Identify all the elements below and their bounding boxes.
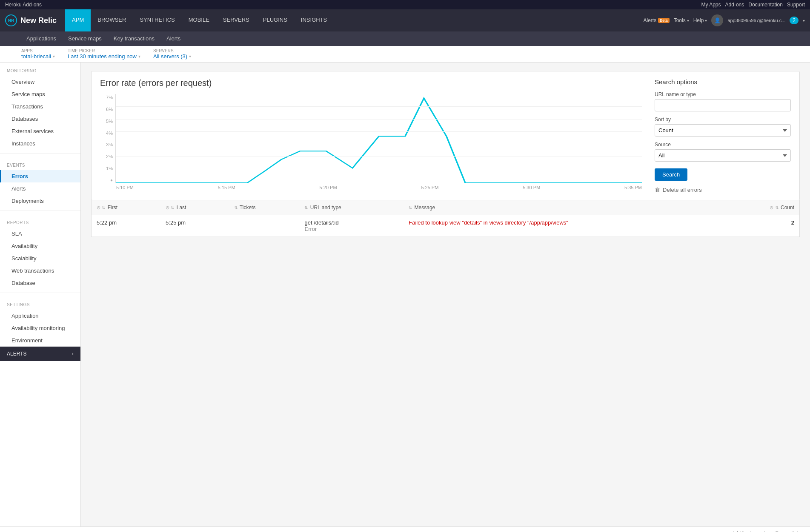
apps-value[interactable]: total-briecall ▾ <box>21 53 55 60</box>
sidebar-item-web-transactions[interactable]: Web transactions <box>0 265 80 277</box>
logo-icon: NR <box>5 14 17 26</box>
count-help-icon[interactable]: ⊙ <box>770 205 773 210</box>
sidebar-item-overview[interactable]: Overview <box>0 76 80 88</box>
sub-nav-alerts[interactable]: Alerts <box>161 31 186 46</box>
app-name: New Relic <box>20 16 57 25</box>
nav-tab-plugins[interactable]: PLUGINS <box>256 9 294 31</box>
time-label: TIME PICKER <box>68 48 140 53</box>
source-select[interactable]: All Client Server <box>655 149 791 162</box>
cell-tickets <box>229 215 300 237</box>
nav-tab-servers[interactable]: SERVERS <box>216 9 256 31</box>
heroku-addons-label: Heroku Add-ons <box>5 2 42 8</box>
add-ons-link[interactable]: Add-ons <box>725 2 744 8</box>
col-count[interactable]: ⊙ ⇅ Count <box>722 200 799 215</box>
cell-count: 2 <box>722 215 799 237</box>
col-url-type[interactable]: ⇅ URL and type <box>299 200 404 215</box>
sidebar-item-service-maps[interactable]: Service maps <box>0 88 80 100</box>
nav-tab-synthetics[interactable]: SYNTHETICS <box>133 9 181 31</box>
alerts-label: Alerts <box>643 17 656 23</box>
first-help-icon[interactable]: ⊙ <box>97 205 100 210</box>
col-tickets-label: Tickets <box>240 205 256 211</box>
col-last[interactable]: ⊙ ⇅ Last <box>160 200 229 215</box>
sidebar-item-databases[interactable]: Databases <box>0 113 80 125</box>
col-count-label: Count <box>781 205 794 211</box>
nav-tab-mobile[interactable]: MOBILE <box>182 9 216 31</box>
x-label-510: 5:10 PM <box>116 185 134 190</box>
sub-nav-applications[interactable]: Applications <box>21 31 61 46</box>
alerts-footer[interactable]: ALERTS › <box>0 347 80 361</box>
alerts-button[interactable]: Alerts Beta <box>643 17 669 23</box>
sidebar-item-sla[interactable]: SLA <box>0 228 80 240</box>
cell-message[interactable]: Failed to lookup view "details" in views… <box>404 215 722 237</box>
search-button[interactable]: Search <box>655 168 687 181</box>
nav-tab-insights[interactable]: INSIGHTS <box>294 9 334 31</box>
nav-logo: NR New Relic <box>5 14 57 26</box>
last-help-icon[interactable]: ⊙ <box>166 205 169 210</box>
sort-form-group: Sort by Count First Last <box>655 117 791 137</box>
col-tickets[interactable]: ⇅ Tickets <box>229 200 300 215</box>
permalink-link[interactable]: Permalink <box>775 530 800 532</box>
x-label-515: 5:15 PM <box>218 185 235 190</box>
tools-dropdown[interactable]: Tools ▾ <box>674 17 689 23</box>
alerts-footer-chevron-icon: › <box>72 351 74 357</box>
table-row: 5:22 pm 5:25 pm get /details/:idError Fa… <box>92 215 799 237</box>
y-label-4: 4% <box>100 131 113 136</box>
sub-nav: Applications Service maps Key transactio… <box>0 31 810 46</box>
sidebar: MONITORING Overview Service maps Transac… <box>0 63 81 526</box>
time-context: TIME PICKER Last 30 minutes ending now ▾ <box>68 48 140 60</box>
sort-select[interactable]: Count First Last <box>655 124 791 137</box>
errors-table-header: ⊙ ⇅ First ⊙ ⇅ Last ⇅ Tickets <box>92 200 799 215</box>
kiosk-label: Kiosk mode <box>739 530 768 532</box>
chart-title: Error rate (errors per request) <box>100 78 642 88</box>
user-avatar[interactable]: 👤 <box>711 14 723 26</box>
y-label-7: 7% <box>100 95 113 100</box>
sidebar-item-availability[interactable]: Availability <box>0 240 80 252</box>
chart-svg <box>116 94 642 183</box>
col-first[interactable]: ⊙ ⇅ First <box>92 200 160 215</box>
apps-context: APPS total-briecall ▾ <box>21 48 55 60</box>
col-url-label: URL and type <box>310 205 341 211</box>
nav-tab-browser[interactable]: BROWSER <box>91 9 133 31</box>
support-link[interactable]: Support <box>787 2 805 8</box>
sidebar-item-alerts[interactable]: Alerts <box>0 182 80 195</box>
my-apps-link[interactable]: My Apps <box>701 2 721 8</box>
sidebar-item-deployments[interactable]: Deployments <box>0 195 80 207</box>
sidebar-item-transactions[interactable]: Transactions <box>0 100 80 113</box>
bottom-bar: ⛶ Kiosk mode Permalink <box>0 526 810 532</box>
user-chevron-icon: ▾ <box>803 18 805 23</box>
sidebar-item-external-services[interactable]: External services <box>0 125 80 137</box>
documentation-link[interactable]: Documentation <box>748 2 783 8</box>
sidebar-item-availability-monitoring[interactable]: Availability monitoring <box>0 322 80 334</box>
nav-tab-apm[interactable]: APM <box>65 9 91 31</box>
delete-all-errors-link[interactable]: 🗑 Delete all errors <box>655 187 791 193</box>
fullscreen-icon: ⛶ <box>733 530 738 532</box>
kiosk-mode-link[interactable]: ⛶ Kiosk mode <box>733 530 769 532</box>
servers-value[interactable]: All servers (3) ▾ <box>153 53 191 60</box>
sidebar-item-scalability[interactable]: Scalability <box>0 252 80 265</box>
help-label: Help <box>693 17 704 23</box>
user-email: app380995967@heroku.c... <box>727 18 785 23</box>
sidebar-item-environment[interactable]: Environment <box>0 334 80 347</box>
sub-nav-key-transactions[interactable]: Key transactions <box>109 31 160 46</box>
y-label-6: 6% <box>100 107 113 112</box>
sidebar-item-application[interactable]: Application <box>0 310 80 322</box>
help-chevron-icon: ▾ <box>705 18 707 23</box>
url-input[interactable] <box>655 99 791 111</box>
url-type-text: get /details/:idError <box>304 219 398 232</box>
help-dropdown[interactable]: Help ▾ <box>693 17 707 23</box>
beta-badge: Beta <box>658 18 670 23</box>
sidebar-item-database[interactable]: Database <box>0 277 80 289</box>
servers-chevron-icon: ▾ <box>189 54 191 59</box>
time-value[interactable]: Last 30 minutes ending now ▾ <box>68 53 140 60</box>
search-options-title: Search options <box>655 78 791 85</box>
errors-table: ⊙ ⇅ First ⊙ ⇅ Last ⇅ Tickets <box>92 200 799 237</box>
reports-section-label: REPORTS <box>0 214 80 228</box>
sidebar-item-errors[interactable]: Errors <box>0 170 80 182</box>
sidebar-item-instances[interactable]: Instances <box>0 137 80 150</box>
sub-nav-service-maps[interactable]: Service maps <box>63 31 107 46</box>
error-rate-chart <box>115 94 642 183</box>
nav-bar: NR New Relic APM BROWSER SYNTHETICS MOBI… <box>0 9 810 31</box>
trash-icon: 🗑 <box>655 187 660 193</box>
col-message[interactable]: ⇅ Message <box>404 200 722 215</box>
notification-badge[interactable]: 2 <box>790 17 799 24</box>
